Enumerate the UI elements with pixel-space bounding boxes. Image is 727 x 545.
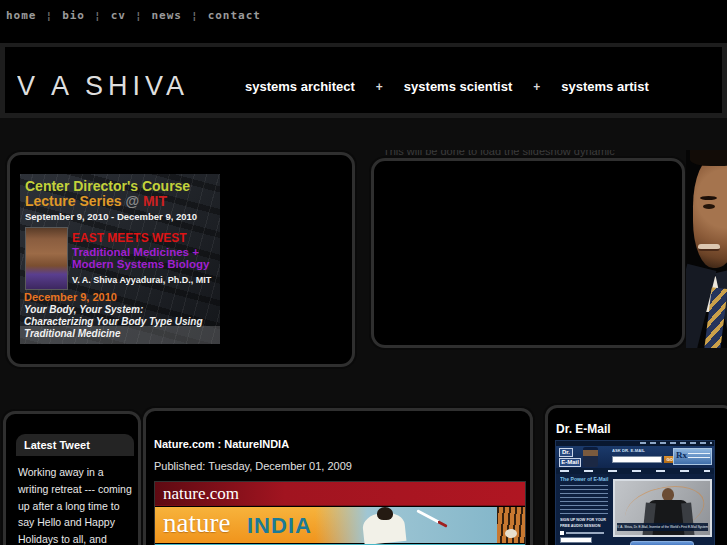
nav-link-cv[interactable]: cv — [111, 9, 126, 22]
poster-speaker-photo — [25, 227, 68, 290]
go-label: GO — [666, 457, 673, 462]
poster-talk-date: December 9, 2010 — [24, 291, 117, 303]
tagline-plus: + — [376, 80, 383, 94]
signup-checkbox-label — [566, 532, 604, 534]
portrait-smile — [698, 244, 720, 251]
tagline-plus: + — [533, 80, 540, 94]
signup-email-input[interactable] — [560, 537, 592, 543]
dr-email-panel: Dr. E-Mail Dr. E-Mail ASK DR. E-MAIL GO … — [545, 405, 727, 545]
portrait-photo — [686, 150, 727, 348]
tagline-artist: systems artist — [561, 79, 648, 94]
site-content: The Power of E-Mail SIGN UP NOW FOR YOUR… — [556, 474, 714, 545]
slideshow-panel — [371, 158, 685, 348]
poster-speaker-name: V. A. Shiva Ayyadurai, Ph.D., MIT — [72, 275, 211, 285]
poster-at-sign: @ — [125, 193, 143, 209]
clipped-caption-text: This will be done to load the slideshow … — [383, 150, 645, 157]
header-tagline: systems architect + systems scientist + … — [245, 79, 649, 94]
dr-email-title: Dr. E-Mail — [556, 422, 611, 436]
tagline-scientist: systems scientist — [404, 79, 512, 94]
poster-modern-systems-biology: Modern Systems Biology — [72, 258, 209, 270]
site-logo-dr: Dr. — [559, 448, 573, 457]
nav-separator: ¦ — [94, 9, 102, 22]
nav-separator: ¦ — [46, 9, 54, 22]
portrait-face — [693, 156, 727, 268]
tweet-panel-title: Latest Tweet — [24, 439, 90, 451]
top-navigation: home ¦ bio ¦ cv ¦ news ¦ contact — [6, 9, 261, 22]
site-nav-items — [560, 470, 710, 472]
ask-dr-email-label: ASK DR. E-MAIL — [612, 448, 645, 452]
illustration-writer-head — [377, 507, 393, 520]
rx-logo: Rx — [676, 450, 687, 460]
site-main-photo: V. A. Shiva, Dr. E-Mail, Inventor of the… — [613, 479, 712, 537]
nature-published-date: Published: Tuesday, December 01, 2009 — [154, 460, 352, 472]
header-inner: V A SHIVA systems architect + systems sc… — [5, 47, 722, 113]
signup-line1: SIGN UP NOW FOR YOUR — [560, 518, 606, 522]
clipped-caption: This will be done to load the slideshow … — [383, 150, 645, 158]
poster-dates: September 9, 2010 - December 9, 2010 — [25, 211, 197, 222]
portrait-eyebrow — [700, 196, 717, 200]
nav-separator: ¦ — [135, 9, 143, 22]
site-logo[interactable]: V A SHIVA — [17, 70, 189, 103]
illustration-paintbrush — [416, 509, 447, 528]
poster-title-line2: Lecture Series @ MIT — [25, 193, 167, 209]
nav-link-bio[interactable]: bio — [62, 9, 85, 22]
site-search-input[interactable] — [612, 456, 662, 463]
poster-talk-title-line2: Characterizing Your Body Type Using — [24, 316, 203, 327]
poster-traditional-medicines: Traditional Medicines + — [72, 246, 199, 258]
nature-article-title[interactable]: Nature.com : NatureINDIA — [154, 438, 289, 450]
latest-tweet-panel: Latest Tweet Working away in a writing r… — [3, 411, 141, 545]
poster-talk-title-line3: Traditional Medicine — [24, 328, 121, 339]
rx-text-lines — [688, 453, 710, 461]
photo-caption-text: V. A. Shiva, Dr. E-Mail, Inventor of the… — [617, 525, 708, 529]
photo-caption-bar: V. A. Shiva, Dr. E-Mail, Inventor of the… — [617, 523, 708, 531]
tweet-text: Working away in a writing retreat --- co… — [18, 464, 132, 545]
nav-link-home[interactable]: home — [6, 9, 37, 22]
nav-link-contact[interactable]: contact — [208, 9, 261, 22]
sidebar-paragraph-lines — [560, 485, 608, 515]
nav-separator: ¦ — [191, 9, 199, 22]
nav-link-news[interactable]: news — [152, 9, 183, 22]
dr-email-site-screenshot[interactable]: Dr. E-Mail ASK DR. E-MAIL GO Rx The Powe… — [555, 440, 715, 545]
site-header: Dr. E-Mail ASK DR. E-MAIL GO Rx — [556, 446, 714, 468]
lecture-poster-image[interactable]: Center Director's Course Lecture Series … — [20, 174, 220, 344]
site-top-links — [640, 442, 712, 444]
site-logo-email: E-Mail — [559, 458, 581, 467]
poster-title-line1: Center Director's Course — [25, 178, 190, 194]
portrait-eye — [703, 204, 715, 209]
site-header-photo — [583, 447, 598, 467]
nature-india-illustration — [315, 507, 525, 543]
site-blue-button[interactable] — [630, 541, 694, 545]
signup-line2: FREE AUDIO SESSION — [560, 524, 600, 528]
rx-program-box[interactable]: Rx — [673, 448, 712, 465]
portrait-hair — [690, 150, 727, 166]
nature-wordmark: nature — [163, 508, 230, 539]
header-band: V A SHIVA systems architect + systems sc… — [0, 43, 727, 118]
nature-news-panel: Nature.com : NatureINDIA Published: Tues… — [143, 408, 533, 545]
poster-east-meets-west: EAST MEETS WEST — [72, 231, 187, 245]
tagline-architect: systems architect — [245, 79, 355, 94]
nature-banner-image[interactable]: nature.com nature INDIA — [154, 481, 526, 545]
illustration-tiger-chin — [505, 529, 517, 538]
poster-lecture-series: Lecture Series — [25, 193, 125, 209]
lecture-series-panel: Center Director's Course Lecture Series … — [7, 152, 355, 367]
tweet-panel-header: Latest Tweet — [16, 434, 134, 456]
poster-talk-title-line1: Your Body, Your System: — [24, 304, 143, 315]
signup-checkbox[interactable] — [560, 531, 564, 535]
power-of-email-heading: The Power of E-Mail — [560, 477, 608, 482]
india-wordmark: INDIA — [247, 513, 312, 539]
nature-com-banner: nature.com — [155, 482, 525, 506]
nature-com-wordmark: nature.com — [163, 484, 239, 504]
poster-mit: MIT — [143, 193, 167, 209]
